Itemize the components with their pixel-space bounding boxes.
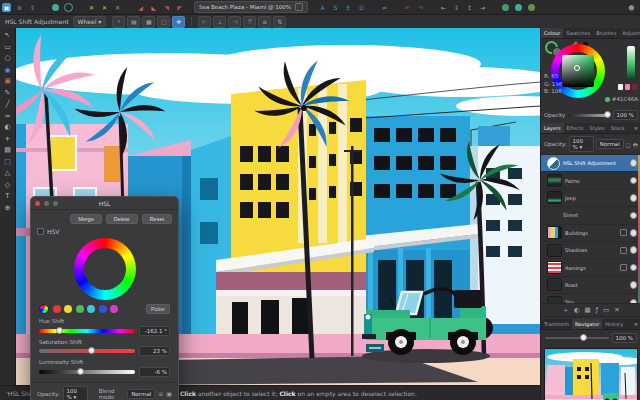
layer-visibility-checkbox[interactable] bbox=[630, 177, 638, 185]
tab-history[interactable]: History bbox=[602, 321, 626, 327]
merge-button[interactable]: Merge bbox=[70, 214, 102, 224]
layer-visibility-checkbox[interactable] bbox=[630, 299, 638, 304]
auto-tone-icon[interactable]: ✕ bbox=[113, 3, 122, 12]
layer-visibility-checkbox[interactable] bbox=[630, 229, 638, 237]
auto-colour-icon[interactable]: ✕ bbox=[87, 3, 96, 12]
delete-button[interactable]: Delete bbox=[106, 214, 138, 224]
layer-row-sky[interactable]: Sky bbox=[541, 294, 640, 304]
saturation-shift-value[interactable]: 23 % bbox=[139, 346, 170, 356]
tool-line-icon[interactable]: ╱ bbox=[0, 99, 15, 111]
dialog-settings-icon[interactable]: ≡ bbox=[158, 390, 163, 397]
auto-contrast-icon[interactable] bbox=[64, 3, 73, 12]
order-up-icon[interactable]: ↥ bbox=[465, 3, 474, 12]
tab-layers[interactable]: Layers bbox=[541, 123, 564, 133]
lock-icon[interactable]: ◓ bbox=[633, 141, 638, 148]
merge-adjustment-icon[interactable]: ▦ bbox=[142, 16, 155, 28]
layers-blend-mode[interactable]: Normal bbox=[596, 139, 624, 149]
saturation-brightness-square[interactable] bbox=[562, 55, 594, 87]
auto-levels-icon[interactable] bbox=[52, 4, 59, 11]
tool-healing-icon[interactable]: ▤ bbox=[0, 145, 15, 157]
swatch-maroon[interactable] bbox=[632, 84, 638, 90]
navigator-thumbnail[interactable] bbox=[544, 348, 638, 400]
layer-visibility-checkbox[interactable] bbox=[630, 194, 638, 202]
layer-row-street[interactable]: Street bbox=[541, 207, 640, 224]
tool-selection-brush-icon[interactable]: ◉ bbox=[0, 65, 15, 77]
magentas-channel-swatch[interactable] bbox=[110, 305, 118, 313]
delete-adjustment-icon[interactable]: ▢ bbox=[157, 16, 170, 28]
order-down-icon[interactable]: ↧ bbox=[452, 3, 461, 12]
account-icon[interactable]: ☻ bbox=[627, 3, 636, 12]
tab-swatches[interactable]: Swatches bbox=[563, 30, 593, 36]
layer-mask-icon[interactable] bbox=[620, 264, 627, 271]
add-mask-icon[interactable]: ▦ bbox=[585, 306, 591, 314]
saturation-shift-slider[interactable] bbox=[39, 349, 135, 353]
insert-top-icon[interactable] bbox=[515, 4, 522, 11]
layer-row-awnings[interactable]: Awnings bbox=[541, 259, 640, 276]
liquify-persona-icon[interactable]: ≋ bbox=[15, 3, 24, 12]
pick-colour-icon[interactable]: ✛ bbox=[172, 16, 185, 28]
tab-effects[interactable]: Effects bbox=[564, 125, 587, 131]
tool-move-icon[interactable]: ↖ bbox=[0, 30, 15, 42]
insert-inside-icon[interactable] bbox=[528, 4, 535, 11]
align-top-icon[interactable]: ⊤ bbox=[243, 16, 256, 28]
tool-crop-icon[interactable]: ▣ bbox=[0, 76, 15, 88]
hex-value[interactable]: #41C46A bbox=[612, 96, 638, 102]
tool-clone-icon[interactable]: + bbox=[0, 134, 15, 146]
snapping-icon[interactable]: A bbox=[318, 3, 327, 12]
hue-shift-slider[interactable] bbox=[39, 329, 135, 333]
picker-button[interactable]: Picker bbox=[146, 304, 170, 314]
redo-icon[interactable]: ↷ bbox=[416, 3, 425, 12]
align-left-icon[interactable]: ⊢ bbox=[198, 16, 211, 28]
auto-white-balance-icon[interactable]: ✕ bbox=[100, 3, 109, 12]
dialog-trash-icon[interactable]: ▣ bbox=[166, 390, 172, 397]
grid-icon[interactable]: D bbox=[357, 3, 366, 12]
tool-rectangle-icon[interactable]: □ bbox=[0, 157, 15, 169]
tool-triangle-icon[interactable]: △ bbox=[0, 168, 15, 180]
layer-mask-icon[interactable] bbox=[620, 229, 627, 236]
rotate-left-icon[interactable]: ◢ bbox=[136, 3, 145, 12]
tab-transform[interactable]: Transform bbox=[541, 321, 572, 327]
tab-adjustment[interactable]: Adjustment bbox=[619, 30, 640, 36]
undo-icon[interactable]: ↶ bbox=[403, 3, 412, 12]
swatch-white[interactable] bbox=[618, 84, 624, 90]
tool-smudge-icon[interactable]: ≈ bbox=[0, 111, 15, 123]
tab-styles[interactable]: Styles bbox=[587, 125, 608, 131]
preset-save-icon[interactable]: ▤ bbox=[127, 16, 140, 28]
zoom-slider[interactable] bbox=[545, 337, 609, 340]
order-back-icon[interactable]: ⇤ bbox=[439, 3, 448, 12]
reset-button[interactable]: Reset bbox=[142, 214, 172, 224]
close-icon[interactable] bbox=[295, 3, 303, 11]
shade-strip[interactable] bbox=[627, 46, 635, 80]
layer-row-hsl-adjustment[interactable]: HSL Shift Adjustment bbox=[541, 155, 640, 172]
insert-behind-icon[interactable] bbox=[502, 4, 509, 11]
document-tab[interactable]: Sea Beach Plaza - Miami @ 100% bbox=[194, 1, 308, 13]
layer-visibility-checkbox[interactable] bbox=[630, 281, 638, 289]
layer-row-buildings[interactable]: Buildings bbox=[541, 225, 640, 242]
tab-stock[interactable]: Stock bbox=[608, 125, 628, 131]
export-persona-icon[interactable]: ⇪ bbox=[28, 3, 37, 12]
panel-menu-icon[interactable]: ≡ bbox=[631, 125, 640, 131]
layer-mask-icon[interactable] bbox=[620, 247, 627, 254]
layers-opacity-value[interactable]: 100 % ▾ bbox=[569, 136, 594, 152]
hsv-checkbox[interactable] bbox=[37, 228, 44, 235]
zoom-value[interactable]: 100 % bbox=[612, 333, 637, 343]
blend-mode-value[interactable]: Normal bbox=[127, 389, 155, 399]
reds-channel-swatch[interactable] bbox=[53, 305, 61, 313]
distribute-icon[interactable]: ≡ bbox=[258, 16, 271, 28]
hue-wheel[interactable] bbox=[74, 238, 136, 300]
luminosity-shift-slider[interactable] bbox=[39, 370, 135, 374]
tab-brushes[interactable]: Brushes bbox=[593, 30, 619, 36]
hue-shift-value[interactable]: -162.1 ° bbox=[139, 326, 170, 336]
wheel-dropdown[interactable]: Wheel ▾ bbox=[73, 16, 107, 27]
panel-menu-icon[interactable]: ≡ bbox=[631, 321, 640, 327]
order-front-icon[interactable]: ⇥ bbox=[478, 3, 487, 12]
arrange-icon[interactable]: ⇅ bbox=[273, 16, 286, 28]
swatch-pink[interactable] bbox=[625, 84, 631, 90]
tool-text-icon[interactable]: T bbox=[0, 191, 15, 203]
align-right-icon[interactable]: ⊣ bbox=[228, 16, 241, 28]
align-center-icon[interactable]: ⊥ bbox=[213, 16, 226, 28]
flip-horizontal-icon[interactable]: ◥ bbox=[162, 3, 171, 12]
cyans-channel-swatch[interactable] bbox=[87, 305, 95, 313]
flip-vertical-icon[interactable]: ◤ bbox=[175, 3, 184, 12]
layer-row-road[interactable]: Road bbox=[541, 277, 640, 294]
